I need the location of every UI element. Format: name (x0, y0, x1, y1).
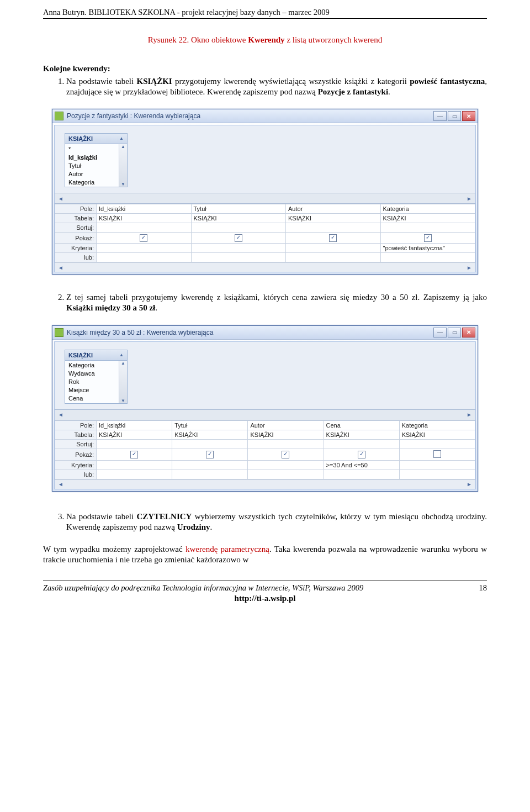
grid-cell[interactable] (191, 223, 286, 233)
grid-cell[interactable]: KSIĄŻKI (399, 430, 475, 439)
minimize-button[interactable]: — (433, 111, 447, 121)
collapse-icon[interactable]: ▲ (119, 136, 124, 141)
show-checkbox[interactable] (358, 451, 365, 458)
grid-cell[interactable]: Tytuł (191, 204, 286, 214)
grid-cell[interactable] (286, 233, 381, 244)
grid-cell[interactable] (97, 253, 192, 262)
grid-cell[interactable]: KSIĄŻKI (324, 430, 399, 439)
maximize-button[interactable]: ▭ (448, 111, 461, 121)
grid-cell[interactable] (97, 439, 172, 449)
scroll-left-icon[interactable]: ◄ (58, 265, 63, 271)
field-row[interactable]: Cena (65, 394, 127, 403)
table-fieldlist[interactable]: KSIĄŻKI▲ * Id_książki Tytuł Autor Katego… (65, 133, 128, 187)
table-fieldlist[interactable]: KSIĄŻKI▲ Kategoria Wydawca Rok Miejsce C… (65, 350, 128, 404)
collapse-icon[interactable]: ▲ (119, 353, 124, 357)
scrollbar[interactable]: ▲▼ (119, 144, 127, 187)
grid-cell[interactable]: Autor (286, 204, 381, 214)
grid-cell[interactable] (324, 470, 399, 479)
grid-cell[interactable] (399, 449, 475, 460)
grid-cell[interactable]: Id_książki (97, 204, 192, 214)
scrollbar[interactable]: ◄► (55, 262, 475, 272)
grid-cell[interactable] (172, 449, 248, 460)
grid-cell[interactable] (97, 470, 172, 479)
grid-cell[interactable]: Autor (248, 420, 324, 430)
grid-cell[interactable] (399, 439, 475, 449)
grid-cell[interactable] (399, 470, 475, 479)
grid-cell[interactable] (324, 449, 399, 460)
grid-cell[interactable]: KSIĄŻKI (286, 214, 381, 223)
grid-cell[interactable] (191, 253, 286, 262)
grid-cell[interactable]: KSIĄŻKI (97, 430, 172, 439)
grid-cell[interactable]: KSIĄŻKI (97, 214, 192, 223)
show-checkbox[interactable] (206, 451, 214, 458)
show-checkbox[interactable] (424, 234, 432, 242)
grid-cell[interactable] (97, 460, 172, 470)
grid-cell[interactable]: Id_książki (97, 420, 172, 430)
titlebar[interactable]: Kisążki między 30 a 50 zł : Kwerenda wyb… (52, 326, 478, 340)
scroll-left-icon[interactable]: ◄ (58, 412, 63, 418)
scroll-up-icon[interactable]: ▲ (121, 361, 125, 366)
grid-cell[interactable]: KSIĄŻKI (172, 430, 248, 439)
field-row[interactable]: Autor (65, 170, 127, 178)
grid-cell[interactable] (380, 253, 475, 262)
grid-cell[interactable] (324, 439, 399, 449)
grid-cell[interactable] (248, 449, 324, 460)
pane-splitter[interactable]: ◄► (55, 193, 475, 204)
field-row[interactable]: * (65, 145, 127, 153)
grid-cell[interactable] (172, 460, 248, 470)
show-checkbox[interactable] (282, 451, 289, 458)
scroll-down-icon[interactable]: ▼ (121, 182, 125, 187)
field-row[interactable]: Miejsce (65, 386, 127, 394)
grid-cell[interactable] (380, 223, 475, 233)
maximize-button[interactable]: ▭ (448, 328, 461, 338)
grid-cell[interactable]: KSIĄŻKI (380, 214, 475, 223)
grid-cell[interactable] (399, 460, 475, 470)
grid-cell[interactable]: Tytuł (172, 420, 248, 430)
close-button[interactable]: ✕ (462, 328, 475, 338)
grid-cell[interactable] (97, 244, 192, 253)
scroll-up-icon[interactable]: ▲ (121, 144, 125, 149)
scroll-left-icon[interactable]: ◄ (58, 196, 63, 202)
show-checkbox[interactable] (130, 451, 138, 458)
grid-cell[interactable] (286, 244, 381, 253)
grid-cell[interactable] (191, 233, 286, 244)
minimize-button[interactable]: — (433, 328, 447, 338)
close-button[interactable]: ✕ (462, 111, 475, 121)
show-checkbox[interactable] (433, 450, 441, 458)
grid-cell[interactable] (172, 470, 248, 479)
grid-cell[interactable]: KSIĄŻKI (191, 214, 286, 223)
field-row[interactable]: Kategoria (65, 178, 127, 186)
scroll-right-icon[interactable]: ► (467, 265, 472, 271)
scroll-down-icon[interactable]: ▼ (121, 398, 125, 403)
grid-cell[interactable] (286, 253, 381, 262)
pane-splitter[interactable]: ◄► (55, 409, 475, 420)
grid-cell[interactable]: Kategoria (380, 204, 475, 214)
grid-cell[interactable] (248, 470, 324, 479)
field-row[interactable]: Wydawca (65, 370, 127, 378)
scroll-right-icon[interactable]: ► (467, 196, 472, 202)
titlebar[interactable]: Pozycje z fantyastyki : Kwerenda wybiera… (52, 109, 478, 123)
scrollbar[interactable]: ▲▼ (119, 361, 127, 403)
scroll-right-icon[interactable]: ► (467, 481, 472, 487)
grid-cell[interactable]: >=30 And <=50 (324, 460, 399, 470)
field-row[interactable]: Rok (65, 378, 127, 386)
field-row[interactable]: Id_książki (65, 153, 127, 161)
grid-cell[interactable]: Kategoria (399, 420, 475, 430)
grid-cell[interactable] (248, 460, 324, 470)
grid-cell[interactable] (248, 439, 324, 449)
grid-cell[interactable] (380, 233, 475, 244)
grid-cell[interactable] (286, 223, 381, 233)
scrollbar[interactable]: ◄► (55, 479, 475, 489)
show-checkbox[interactable] (235, 234, 242, 242)
grid-cell[interactable] (97, 233, 192, 244)
grid-cell[interactable] (97, 449, 172, 460)
design-grid[interactable]: Pole: Id_książki Tytuł Autor Cena Katego… (55, 420, 475, 479)
field-row[interactable]: Kategoria (65, 361, 127, 370)
design-grid[interactable]: Pole: Id_książki Tytuł Autor Kategoria T… (55, 204, 475, 262)
show-checkbox[interactable] (140, 234, 147, 242)
show-checkbox[interactable] (329, 234, 337, 242)
field-row[interactable]: Tytuł (65, 161, 127, 170)
scroll-right-icon[interactable]: ► (467, 412, 472, 418)
grid-cell[interactable] (97, 223, 192, 233)
grid-cell[interactable]: KSIĄŻKI (248, 430, 324, 439)
